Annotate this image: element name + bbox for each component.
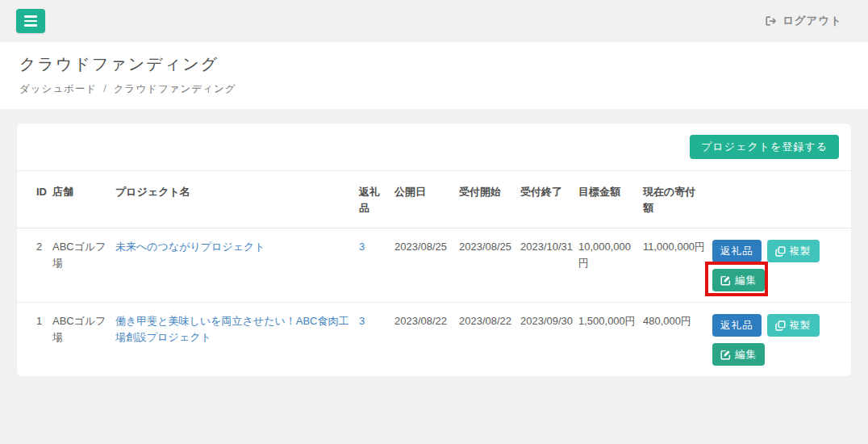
breadcrumb-separator: / bbox=[103, 83, 106, 94]
duplicate-button[interactable]: 複製 bbox=[767, 240, 820, 262]
menu-toggle-button[interactable] bbox=[16, 9, 45, 33]
header-name: プロジェクト名 bbox=[115, 171, 359, 228]
cell-store: ABCゴルフ場 bbox=[52, 228, 115, 303]
header-gifts: 返礼品 bbox=[359, 171, 394, 228]
gifts-button[interactable]: 返礼品 bbox=[712, 314, 762, 337]
cell-publish-date: 2023/08/25 bbox=[394, 228, 459, 303]
page-heading-section: クラウドファンディング ダッシュボード/クラウドファンディング bbox=[0, 42, 868, 109]
header-id: ID bbox=[17, 171, 52, 228]
table-row: 2 ABCゴルフ場 未来へのつながりプロジェクト 3 2023/08/25 20… bbox=[17, 228, 851, 303]
duplicate-label: 複製 bbox=[790, 245, 812, 258]
gifts-count-link[interactable]: 3 bbox=[359, 315, 365, 327]
header-actions bbox=[712, 171, 851, 228]
cell-current-amount: 480,000円 bbox=[643, 303, 712, 377]
sign-out-icon bbox=[765, 15, 777, 27]
header-start: 受付開始 bbox=[459, 171, 520, 228]
cell-id: 2 bbox=[17, 228, 52, 303]
cell-store: ABCゴルフ場 bbox=[52, 303, 115, 377]
page-title: クラウドファンディング bbox=[19, 53, 849, 75]
top-bar: ログアウト bbox=[0, 0, 868, 42]
gifts-count-link[interactable]: 3 bbox=[359, 241, 365, 253]
header-current: 現在の寄付額 bbox=[643, 171, 712, 228]
logout-link[interactable]: ログアウト bbox=[765, 14, 842, 28]
project-name-link[interactable]: 未来へのつながりプロジェクト bbox=[115, 241, 265, 253]
main-content: プロジェクトを登録する ID 店舗 プロジェクト名 返礼品 公開日 受付開始 受… bbox=[0, 109, 868, 376]
duplicate-label: 複製 bbox=[790, 319, 812, 333]
duplicate-button[interactable]: 複製 bbox=[767, 314, 820, 337]
row-actions: 返礼品 複製 bbox=[712, 313, 840, 366]
row-actions: 返礼品 複製 bbox=[712, 239, 840, 291]
cell-publish-date: 2023/08/22 bbox=[394, 303, 459, 377]
edit-button[interactable]: 編集 bbox=[712, 269, 765, 291]
projects-table: ID 店舗 プロジェクト名 返礼品 公開日 受付開始 受付終了 目標金額 現在の… bbox=[17, 171, 851, 376]
header-publish: 公開日 bbox=[394, 171, 459, 228]
logout-label: ログアウト bbox=[782, 14, 842, 28]
table-row: 1 ABCゴルフ場 働き甲斐と美味しいを両立させたい！ABC食肉工場創設プロジェ… bbox=[17, 303, 851, 377]
edit-button[interactable]: 編集 bbox=[712, 343, 765, 366]
card-header: プロジェクトを登録する bbox=[17, 124, 851, 171]
project-name-link[interactable]: 働き甲斐と美味しいを両立させたい！ABC食肉工場創設プロジェクト bbox=[115, 315, 348, 343]
clone-icon bbox=[775, 320, 786, 331]
cell-accept-start: 2023/08/22 bbox=[459, 303, 520, 377]
breadcrumb: ダッシュボード/クラウドファンディング bbox=[19, 82, 849, 96]
header-store: 店舗 bbox=[52, 171, 115, 228]
hamburger-icon bbox=[24, 15, 37, 18]
edit-label: 編集 bbox=[735, 274, 757, 287]
project-list-card: プロジェクトを登録する ID 店舗 プロジェクト名 返礼品 公開日 受付開始 受… bbox=[17, 124, 851, 376]
cell-current-amount: 11,000,000円 bbox=[643, 228, 712, 303]
edit-label: 編集 bbox=[735, 348, 757, 362]
cell-accept-end: 2023/09/30 bbox=[520, 303, 578, 377]
breadcrumb-current: クラウドファンディング bbox=[114, 83, 236, 94]
hamburger-icon bbox=[24, 20, 37, 23]
table-header-row: ID 店舗 プロジェクト名 返礼品 公開日 受付開始 受付終了 目標金額 現在の… bbox=[17, 171, 851, 228]
breadcrumb-dashboard[interactable]: ダッシュボード bbox=[19, 83, 97, 94]
edit-icon bbox=[720, 275, 731, 286]
register-project-button[interactable]: プロジェクトを登録する bbox=[690, 135, 839, 159]
cell-goal-amount: 1,500,000円 bbox=[578, 303, 643, 377]
hamburger-icon bbox=[24, 24, 37, 27]
gifts-button[interactable]: 返礼品 bbox=[712, 240, 762, 262]
edit-icon bbox=[720, 350, 731, 360]
cell-accept-end: 2023/10/31 bbox=[520, 228, 578, 303]
clone-icon bbox=[775, 246, 786, 257]
cell-id: 1 bbox=[17, 303, 52, 377]
header-end: 受付終了 bbox=[520, 171, 578, 228]
cell-accept-start: 2023/08/25 bbox=[459, 228, 520, 303]
cell-goal-amount: 10,000,000円 bbox=[578, 228, 643, 303]
header-goal: 目標金額 bbox=[578, 171, 643, 228]
